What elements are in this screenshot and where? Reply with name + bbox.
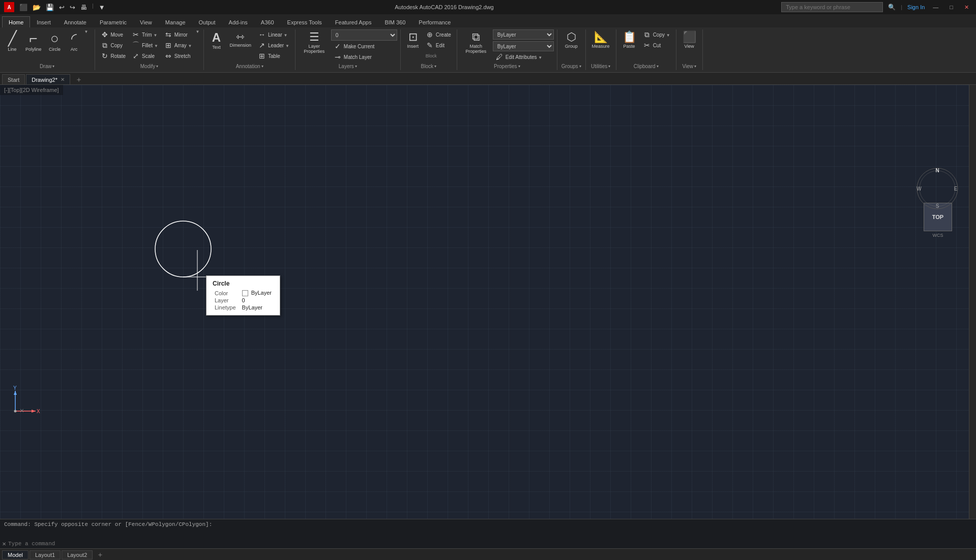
- measure-icon: 📐: [594, 32, 608, 43]
- tool-dimension[interactable]: ⇿ Dimension: [226, 29, 254, 50]
- tool-rotate[interactable]: ↻ Rotate: [98, 51, 128, 61]
- groups-group-label[interactable]: Groups ▾: [560, 62, 582, 70]
- sign-in-link[interactable]: Sign In: [907, 4, 925, 10]
- tab-drawing2-close[interactable]: ✕: [61, 77, 65, 82]
- tool-match-layer[interactable]: ⊸ Match Layer: [331, 52, 397, 62]
- tab-manage[interactable]: Manage: [159, 16, 192, 27]
- tab-a360[interactable]: A360: [254, 16, 281, 27]
- tab-performance[interactable]: Performance: [412, 16, 457, 27]
- tool-view[interactable]: ⬛ View: [679, 29, 699, 51]
- search-input[interactable]: [781, 2, 883, 12]
- tool-circle[interactable]: ○ Circle: [46, 29, 64, 54]
- tool-array[interactable]: ⊞ Array ▼: [162, 40, 195, 50]
- qa-redo[interactable]: ↪: [68, 3, 77, 12]
- tool-layer-props[interactable]: ☰ Layer Properties: [299, 29, 330, 56]
- view-group-label[interactable]: View ▾: [681, 62, 697, 70]
- new-tab-button[interactable]: ＋: [71, 74, 86, 84]
- svg-point-0: [155, 221, 211, 277]
- tool-match-properties[interactable]: ⧉ Match Properties: [460, 29, 492, 56]
- tool-edit-block[interactable]: ✎ Edit: [423, 40, 454, 50]
- minimize-btn[interactable]: —: [930, 3, 941, 11]
- clipboard-chevron: ▾: [657, 64, 659, 69]
- tool-edit-attrs[interactable]: 🖊 Edit Attributes ▼: [493, 52, 554, 62]
- layout-tab-layout2[interactable]: Layout2: [62, 550, 93, 559]
- modify-tools: ✥ Move ⧉ Copy ↻ Rotate ✂ Trim ▼: [98, 29, 201, 62]
- annotation-group-label[interactable]: Annotation ▾: [235, 62, 264, 70]
- tab-featuredapps[interactable]: Featured Apps: [329, 16, 378, 27]
- qa-save[interactable]: 💾: [44, 3, 56, 12]
- tool-make-current[interactable]: ✓ Make Current: [331, 41, 397, 51]
- tab-insert[interactable]: Insert: [30, 16, 57, 27]
- tool-trim[interactable]: ✂ Trim ▼: [129, 29, 161, 40]
- properties-group-label[interactable]: Properties ▾: [493, 62, 521, 70]
- tool-copy[interactable]: ⧉ Copy: [98, 40, 128, 50]
- tool-scale[interactable]: ⤢ Scale: [129, 51, 161, 61]
- tool-line[interactable]: ╱ Line: [3, 29, 21, 54]
- clipboard-col: ⧉ Copy ▼ ✂ Cut: [640, 29, 673, 50]
- title-bar: A ⬛ 📂 💾 ↩ ↪ 🖶 | ▼ Autodesk AutoCAD 2016 …: [0, 0, 976, 14]
- maximize-btn[interactable]: □: [947, 3, 956, 11]
- tab-addins[interactable]: Add-ins: [222, 16, 254, 27]
- tool-group[interactable]: ⬡ Group: [562, 29, 581, 51]
- block-group-label[interactable]: Block ▾: [420, 62, 437, 70]
- tab-parametric[interactable]: Parametric: [93, 16, 133, 27]
- layers-group-label[interactable]: Layers ▾: [338, 62, 358, 70]
- drawing-canvas[interactable]: [-][Top][2D Wireframe] Circle Color: [0, 85, 976, 519]
- layer-dropdown[interactable]: 0: [331, 29, 397, 41]
- tab-annotate[interactable]: Annotate: [57, 16, 93, 27]
- tool-arc[interactable]: ◜ Arc: [65, 29, 83, 54]
- clipboard-group-label[interactable]: Clipboard ▾: [633, 62, 660, 70]
- tab-drawing2[interactable]: Drawing2* ✕: [26, 74, 70, 84]
- command-input[interactable]: [8, 541, 974, 547]
- utilities-chevron: ▾: [608, 64, 610, 69]
- cmd-close-icon[interactable]: ✕: [2, 541, 6, 547]
- tool-paste[interactable]: 📋 Paste: [619, 29, 639, 51]
- layers-col: 0 ✓ Make Current ⊸ Match Layer: [331, 29, 397, 62]
- tab-view[interactable]: View: [133, 16, 159, 27]
- modify-expand[interactable]: ▼: [195, 29, 200, 34]
- wcs-label[interactable]: WCS: [915, 233, 961, 238]
- utilities-group-label[interactable]: Utilities ▾: [590, 62, 611, 70]
- tooltip-layer-value: 0: [240, 297, 274, 304]
- canvas-wrapper[interactable]: [-][Top][2D Wireframe] Circle Color: [0, 85, 976, 519]
- annotation-tools: A Text ⇿ Dimension ↔ Linear ▼ ↗ Leader ▼: [207, 29, 291, 62]
- properties-chevron: ▾: [518, 64, 520, 69]
- title-bar-left: A ⬛ 📂 💾 ↩ ↪ 🖶 | ▼: [4, 2, 107, 12]
- tooltip-color-row: Color ByLayer: [213, 289, 274, 297]
- tool-table[interactable]: ⊞ Table: [255, 51, 292, 61]
- draw-group-label[interactable]: Draw ▾: [39, 62, 55, 70]
- qa-dropdown[interactable]: ▼: [97, 3, 107, 12]
- linetype-dropdown[interactable]: ByLayer: [493, 41, 554, 51]
- tool-text[interactable]: A Text: [207, 29, 225, 52]
- close-btn[interactable]: ✕: [961, 3, 972, 12]
- tool-measure[interactable]: 📐 Measure: [589, 29, 613, 51]
- tool-stretch[interactable]: ⇔ Stretch: [162, 51, 195, 61]
- tool-cut[interactable]: ✂ Cut: [640, 40, 673, 50]
- tab-start[interactable]: Start: [2, 74, 25, 84]
- tool-move[interactable]: ✥ Move: [98, 29, 128, 40]
- tab-expresstools[interactable]: Express Tools: [281, 16, 329, 27]
- qa-print[interactable]: 🖶: [78, 3, 89, 12]
- modify-group-label[interactable]: Modify ▾: [139, 62, 159, 70]
- layout-tab-layout1[interactable]: Layout1: [29, 550, 61, 559]
- tool-create-block[interactable]: ⊕ Create: [423, 29, 454, 40]
- tool-polyline[interactable]: ⌐ Polyline: [22, 29, 45, 54]
- nav-cube[interactable]: N S W E TOP WCS: [915, 166, 961, 232]
- layout-add-button[interactable]: ＋: [94, 550, 107, 559]
- tool-mirror[interactable]: ⇆ Mirror: [162, 29, 195, 40]
- tab-home[interactable]: Home: [2, 16, 30, 27]
- tab-output[interactable]: Output: [192, 16, 222, 27]
- qa-new[interactable]: ⬛: [17, 3, 29, 12]
- draw-dropdown[interactable]: ▼: [84, 29, 92, 34]
- layout-tab-model[interactable]: Model: [2, 550, 28, 559]
- tool-leader[interactable]: ↗ Leader ▼: [255, 40, 292, 50]
- tool-linear[interactable]: ↔ Linear ▼: [255, 29, 292, 40]
- qa-open[interactable]: 📂: [31, 3, 43, 12]
- color-dropdown[interactable]: ByLayer: [493, 29, 554, 40]
- tool-clipboard-copy[interactable]: ⧉ Copy ▼: [640, 29, 673, 40]
- tool-fillet[interactable]: ⌒ Fillet ▼: [129, 40, 161, 50]
- groups-tools: ⬡ Group: [562, 29, 581, 62]
- tool-insert[interactable]: ⊡ Insert: [404, 29, 422, 51]
- qa-undo[interactable]: ↩: [57, 3, 67, 12]
- tab-bim360[interactable]: BIM 360: [378, 16, 412, 27]
